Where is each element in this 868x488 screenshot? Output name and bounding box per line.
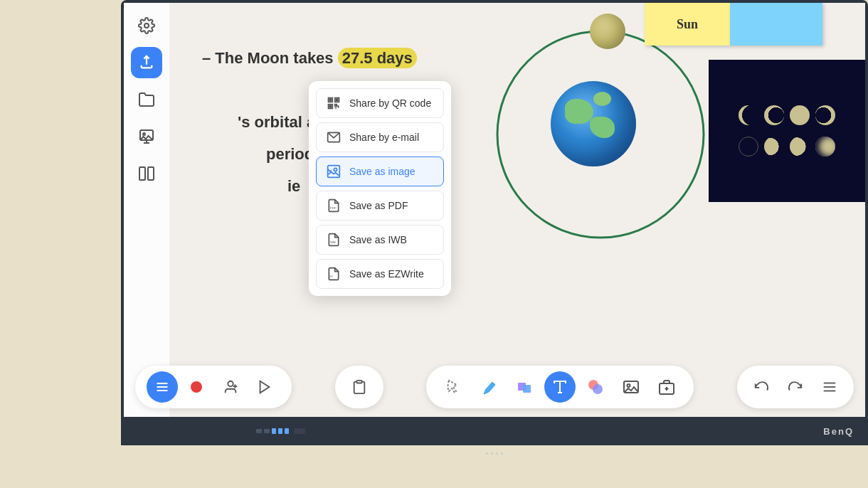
earth-graphic <box>551 81 636 166</box>
svg-rect-13 <box>329 99 332 101</box>
overflow-menu-button[interactable] <box>814 371 845 403</box>
wb-text-ie: ie <box>287 177 300 196</box>
share-qr-label: Share by QR code <box>349 97 431 109</box>
svg-point-18 <box>334 168 337 171</box>
svg-rect-31 <box>523 385 531 393</box>
usb-port-2 <box>278 428 282 434</box>
moon-phase-3 <box>790 105 810 125</box>
wb-highlight: 27.5 days <box>338 48 417 68</box>
select-tool-button[interactable] <box>438 371 469 403</box>
svg-rect-29 <box>356 381 361 383</box>
sticky-sun: Sun <box>645 3 730 46</box>
usb-port-1 <box>272 428 276 434</box>
move-tool-button[interactable] <box>580 371 611 403</box>
svg-point-37 <box>628 384 630 387</box>
moon-graphic <box>590 14 625 49</box>
more-tool-button[interactable] <box>651 371 682 403</box>
add-user-button[interactable] <box>215 371 246 403</box>
present-button[interactable] <box>249 371 280 403</box>
svg-text:EZ: EZ <box>329 275 332 278</box>
redo-button[interactable] <box>780 371 811 403</box>
clipboard-group <box>335 366 383 408</box>
moon-phase-8 <box>815 137 835 157</box>
save-pdf-label: Save as PDF <box>349 200 408 211</box>
clipboard-button[interactable] <box>344 371 375 403</box>
moon-phase-row-1 <box>736 102 838 128</box>
moon-phase-5 <box>739 137 758 157</box>
record-button[interactable] <box>181 371 212 403</box>
sticky-blue <box>730 3 822 46</box>
ezwrite-icon: EZ <box>325 265 342 282</box>
moon-phase-2 <box>764 105 784 125</box>
save-ezwrite-item[interactable]: EZ Save as EZWrite <box>316 259 444 289</box>
moon-phase-6 <box>764 137 784 157</box>
save-ezwrite-label: Save as EZWrite <box>349 268 424 280</box>
moon-phases-panel <box>709 60 865 202</box>
speaker-dots <box>486 452 503 455</box>
iwb-icon: IWB <box>325 231 342 248</box>
svg-rect-15 <box>329 105 332 107</box>
moon-phase-7 <box>790 137 810 157</box>
export-icon-btn[interactable] <box>131 158 162 189</box>
share-icon-btn[interactable] <box>131 47 162 78</box>
shape-tool-button[interactable] <box>509 371 540 403</box>
image-save-icon <box>325 163 342 180</box>
image-tool-button[interactable] <box>615 371 647 403</box>
monitor-screen: – The Moon takes 27.5 days e earth 's or… <box>124 3 865 417</box>
sidebar <box>124 3 169 417</box>
share-qr-item[interactable]: Share by QR code <box>316 88 444 118</box>
share-menu: Share by QR code Share by e-mail <box>309 81 451 296</box>
whiteboard: – The Moon takes 27.5 days e earth 's or… <box>124 3 865 417</box>
moon-phase-4 <box>815 105 835 125</box>
right-toolbar-group <box>737 366 854 408</box>
svg-point-25 <box>228 381 233 386</box>
monitor-ports <box>256 428 305 434</box>
svg-text:IWB: IWB <box>330 240 336 244</box>
benq-logo: BenQ <box>823 426 854 437</box>
save-image-item[interactable]: Save as image <box>316 157 444 186</box>
settings-icon-btn[interactable] <box>131 10 162 41</box>
text-tool-button[interactable] <box>544 371 576 403</box>
orbit-diagram <box>480 10 736 252</box>
moon-phase-row-2 <box>736 134 838 159</box>
svg-text:PDF: PDF <box>330 206 337 210</box>
bottom-toolbar <box>124 363 865 411</box>
svg-rect-14 <box>336 99 338 101</box>
svg-point-35 <box>593 384 603 394</box>
save-image-label: Save as image <box>349 166 416 177</box>
wall-bottom <box>121 445 868 488</box>
email-icon <box>325 129 342 146</box>
monitor-bottom-bar: BenQ <box>242 417 868 445</box>
folder-icon-btn[interactable] <box>131 84 162 115</box>
moon-phase-1 <box>739 105 758 125</box>
center-toolbar-group <box>426 366 694 408</box>
gallery-icon-btn[interactable] <box>131 121 162 152</box>
svg-rect-9 <box>148 167 154 180</box>
share-email-label: Share by e-mail <box>349 132 419 143</box>
menu-button[interactable] <box>147 371 178 403</box>
monitor-frame: – The Moon takes 27.5 days e earth 's or… <box>121 0 868 445</box>
qr-icon <box>325 95 342 112</box>
save-iwb-item[interactable]: IWB Save as IWB <box>316 225 444 255</box>
wb-text-moon: – The Moon takes 27.5 days <box>202 49 417 68</box>
save-pdf-item[interactable]: PDF Save as PDF <box>316 191 444 221</box>
usb-port-3 <box>285 428 289 434</box>
pen-tool-button[interactable] <box>473 371 504 403</box>
pdf-icon: PDF <box>325 197 342 214</box>
svg-marker-28 <box>260 381 270 393</box>
port-2 <box>264 429 270 433</box>
left-toolbar-group <box>135 366 292 408</box>
svg-point-5 <box>143 133 145 135</box>
share-email-item[interactable]: Share by e-mail <box>316 122 444 152</box>
speaker-grille <box>294 428 305 434</box>
undo-button[interactable] <box>746 371 777 403</box>
svg-rect-8 <box>139 167 145 180</box>
svg-point-2 <box>144 23 149 28</box>
save-iwb-label: Save as IWB <box>349 234 407 245</box>
port-1 <box>256 429 262 433</box>
